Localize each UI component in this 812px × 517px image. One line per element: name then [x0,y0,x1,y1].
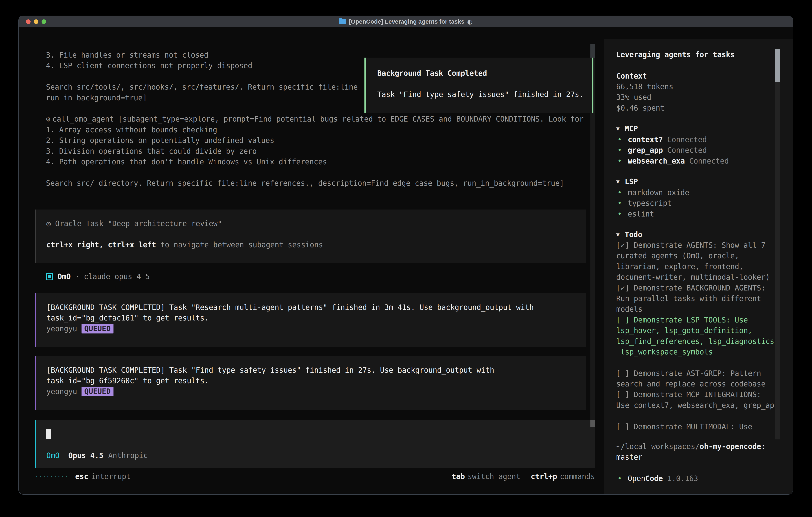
todo-section-header[interactable]: ▼Todo [616,229,780,240]
opencode-window: [OpenCode] Leveraging agents for tasks ◐… [19,16,793,495]
log-line: 1. Array access without bounds checking [46,125,587,135]
todo-line: [✓] Demonstrate BACKGROUND AGENTS: [616,283,780,293]
scrollbar-thumb[interactable] [775,49,780,82]
prompt-input[interactable]: OmO Opus 4.5 Anthropic [35,420,595,468]
lsp-name: eslint [628,210,654,218]
subagent-nav-hint: ctrl+x right, ctrl+x left to navigate be… [46,240,586,250]
scrollbar-thumb[interactable] [590,44,595,58]
todo-item-active: [ ] Demonstrate LSP TOOLS: Use lsp_hover… [616,315,780,357]
todo-line: search and replace across codebase [616,379,780,389]
ctrlp-key-label: ctrl+p [531,471,557,482]
scrollbar-thumb[interactable] [590,420,595,427]
mcp-item: •websearch_exa Connected [616,156,780,166]
half-circle-icon: ◐ [467,18,472,25]
todo-item-pending: [ ] Demonstrate AST-GREP: Pattern search… [616,368,780,389]
todo-item-pending: [ ] Demonstrate MULTIMODAL: Use [616,421,780,432]
sidebar-scrollbar[interactable] [775,49,780,439]
window-title: [OpenCode] Leveraging agents for tasks ◐ [339,16,472,27]
log-line: Search src/ directory. Return specific f… [46,178,587,189]
hint-text: to navigate between subagent sessions [156,241,323,249]
oracle-task-panel: ◎ Oracle Task "Deep architecture review"… [35,210,586,263]
agent-model: claude-opus-4-5 [84,271,150,282]
context-heading: Context [616,71,780,81]
app-name-bold: Code [645,474,663,483]
lsp-name: typescript [628,199,672,208]
agent-name: OmO [58,271,71,282]
esc-key-label: esc [75,471,88,482]
mcp-name: context7 [628,135,663,144]
collapse-triangle-icon: ▼ [616,176,619,187]
message-meta: yeongyu QUEUED [46,324,586,334]
todo-line: [ ] Demonstrate MCP INTEGRATIONS: [616,389,780,400]
tab-hint: tabswitch agent [452,471,521,482]
background-task-message: [BACKGROUND TASK COMPLETED] Task "Resear… [35,293,586,347]
version-row: •OpenCode 1.0.163 [616,473,780,484]
mcp-name: grep_app [628,146,663,155]
app-name-regular: Open [628,474,645,483]
text-cursor [46,429,51,439]
todo-line: [✓] Demonstrate AGENTS: Show all 7 [616,240,780,250]
context-tokens: 66,518 tokens [616,81,780,92]
session-title: Leveraging agents for tasks [616,49,780,60]
status-dot-icon: • [617,134,622,145]
mcp-name: websearch_exa [628,157,685,165]
status-dot-icon: • [617,198,622,209]
todo-item-done: [✓] Demonstrate AGENTS: Show all 7 curat… [616,240,780,283]
minimize-button[interactable] [34,19,38,24]
collapse-triangle-icon: ▼ [616,229,619,240]
background-task-toast: Background Task Completed Task "Find typ… [365,58,593,113]
status-right: tabswitch agent ctrl+pcommands [441,471,595,482]
todo-line: lsp_workspace_symbols [616,347,780,357]
gear-icon: ⚙ [46,115,50,124]
workspace-line: ~/local-workspaces/oh-my-opencode: [616,441,780,452]
tab-action-label: switch agent [468,471,521,482]
lsp-name: markdown-oxide [628,188,689,197]
message-meta: yeongyu QUEUED [46,386,586,397]
agent-session-header: OmO · claude-opus-4-5 [46,271,150,282]
context-used: 33% used [616,92,780,103]
desktop: [OpenCode] Leveraging agents for tasks ◐… [0,0,812,517]
lsp-item: •typescript [616,198,780,209]
todo-item-done: [✓] Demonstrate BACKGROUND AGENTS: Run p… [616,283,780,315]
workspace-path: ~/local-workspaces/oh-my-opencode: maste… [616,441,780,463]
commands-action-label: commands [560,471,595,482]
todo-line: [ ] Demonstrate MULTIMODAL: Use [616,421,780,432]
esc-action-label: interrupt [91,471,131,482]
lsp-section-header[interactable]: ▼LSP [616,176,780,187]
workspace-branch: master [616,452,780,462]
oracle-task-icon: ◎ [46,219,51,228]
todo-line: document-writer, multimodal-looker) [616,272,780,282]
lsp-item: •markdown-oxide [616,187,780,198]
status-dot-icon: • [617,187,622,198]
status-bar: ········· esc interrupt tabswitch agent … [35,471,595,482]
tool-call-line: ⚙call_omo_agent [subagent_type=explore, … [46,114,587,124]
window-titlebar[interactable]: [OpenCode] Leveraging agents for tasks ◐ [19,16,793,27]
omo-agent-icon [46,273,53,280]
session-sidebar: Leveraging agents for tasks Context 66,5… [604,39,793,495]
todo-line: [ ] Demonstrate AST-GREP: Pattern [616,368,780,379]
opencode-version: •OpenCode 1.0.163 [616,473,780,484]
mcp-status-text: Connected [689,157,729,165]
close-button[interactable] [26,19,31,24]
queued-badge: QUEUED [82,387,114,396]
input-model-name: Opus 4.5 [68,450,104,461]
mcp-item: •context7 Connected [616,134,780,145]
todo-line: Run parallel tasks with different [616,293,780,304]
hint-keys: ctrl+x right, ctrl+x left [46,241,156,249]
queued-badge: QUEUED [82,324,114,333]
todo-line: Use context7, websearch_exa, grep_app [616,400,780,411]
model-selector[interactable]: OmO Opus 4.5 Anthropic [46,450,595,461]
message-author: yeongyu [46,324,77,334]
zoom-button[interactable] [41,19,46,24]
mcp-section-header[interactable]: ▼MCP [616,124,780,134]
message-line: [BACKGROUND TASK COMPLETED] Task "Find t… [46,365,586,376]
spacer [616,357,780,368]
separator-dot: · [75,271,80,282]
todo-item-pending: [ ] Demonstrate MCP INTEGRATIONS: Use co… [616,389,780,411]
todo-line: [ ] Demonstrate LSP TOOLS: Use [616,315,780,325]
mcp-status-text: Connected [667,146,707,155]
spacer [616,411,780,421]
mcp-item: •grep_app Connected [616,145,780,156]
message-line: [BACKGROUND TASK COMPLETED] Task "Resear… [46,302,586,313]
todo-line: lsp_hover, lsp_goto_definition, [616,325,780,336]
